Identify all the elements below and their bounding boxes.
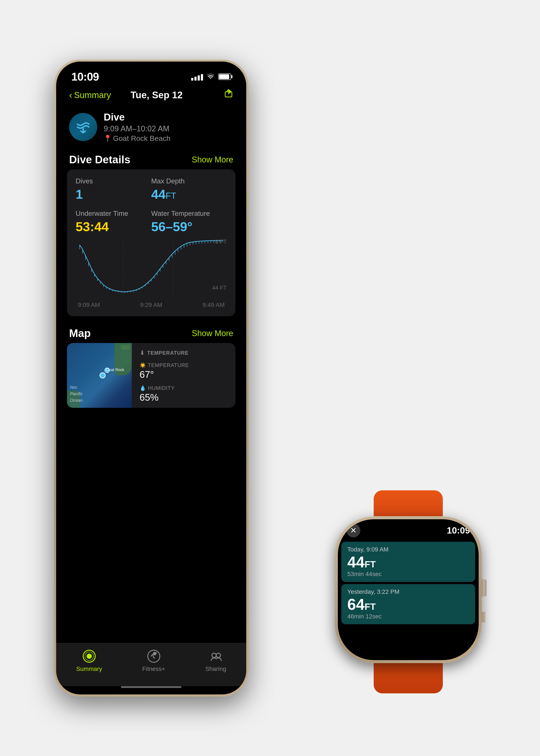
watch-card-yesterday-duration: 46min 12sec [347,613,469,620]
tab-sharing[interactable]: Sharing [205,649,226,673]
stat-max-depth: Max Depth 44FT [151,177,227,202]
humidity-value: 65% [140,392,189,403]
stat-water-temp-value: 56–59° [151,219,227,234]
workout-time: 9:09 AM–10:02 AM [104,124,233,133]
thermometer-icon: 🌡 [140,349,145,356]
depth-chart [75,238,227,299]
svg-point-55 [148,650,160,662]
scene: 10:09 [32,32,508,724]
temperature-label: TEMPERATURE [147,350,189,356]
humidity-label-text: 💧 HUMIDITY [140,385,189,391]
stat-underwater-time: Underwater Time 53:44 [75,209,151,234]
stat-max-depth-label: Max Depth [151,177,227,185]
stats-card: Dives 1 Max Depth 44FT Underwater Time [67,169,235,316]
chart-x-labels: 9:09 AM 9:29 AM 9:49 AM [75,302,227,309]
map-show-more[interactable]: Show More [192,329,233,338]
svg-point-53 [86,654,92,659]
phone-inner: 10:09 [56,62,246,694]
watch-card-today-date: Today, 9:09 AM [347,546,469,553]
watch-card-today-duration: 53min 44sec [347,571,469,577]
sharing-tab-icon [208,649,223,664]
stat-dives: Dives 1 [75,177,151,202]
map-card: Nor. Pacific Ocean Goat Rock [67,343,235,408]
chart-y-top-label: 0 FT [215,238,227,245]
fitness-tab-icon [146,649,161,664]
watch-band-top [374,490,443,521]
chart-label-2: 9:29 AM [140,302,162,309]
battery-icon [218,73,231,80]
watch-screen: ✕ 10:09 Today, 9:09 AM 44FT 53min 44sec [338,519,479,660]
phone-screen: 10:09 [56,62,246,694]
stat-water-temp-label: Water Temperature [151,209,227,217]
watch-card-yesterday-date: Yesterday, 3:22 PM [347,588,469,595]
location-pin-icon: 📍 [104,135,112,142]
svg-point-56 [153,652,156,655]
stat-dives-value: 1 [75,187,151,202]
tab-fitness[interactable]: Fitness+ [142,649,165,673]
workout-location: 📍 Goat Rock Beach [104,134,233,143]
watch-status-bar: ✕ 10:09 [338,519,479,540]
watch-case: ✕ 10:09 Today, 9:09 AM 44FT 53min 44sec [335,516,482,663]
status-icons [191,72,231,81]
dynamic-island [134,68,169,77]
map-info: 🌡 TEMPERATURE ☀️ TEMPERATURE 67° [132,343,197,408]
share-button[interactable] [224,89,233,101]
watch-band-bottom [374,659,443,693]
watch-card-today-depth: 44FT [347,554,469,570]
dive-details-header: Dive Details Show More [56,149,246,169]
chart-label-3: 9:49 AM [202,302,225,309]
humidity-icon: 💧 [140,385,146,391]
tab-summary[interactable]: Summary [76,649,102,673]
home-indicator [121,686,182,688]
apple-watch: ✕ 10:09 Today, 9:09 AM 44FT 53min 44sec [326,490,490,681]
watch-close-button[interactable]: ✕ [346,524,360,537]
watch-side-button[interactable] [482,612,485,622]
stat-underwater-time-value: 53:44 [75,219,151,234]
map-pin-1 [99,372,106,378]
humidity-row: 💧 HUMIDITY 65% [140,385,189,403]
temperature-row: ☀️ TEMPERATURE 67° [140,362,189,380]
workout-icon [69,113,97,141]
temperature-value: 67° [140,369,189,380]
workout-title: Dive [104,111,233,123]
watch-body: ✕ 10:09 Today, 9:09 AM 44FT 53min 44sec [335,516,482,663]
stat-dives-label: Dives [75,177,151,185]
watch-content: Today, 9:09 AM 44FT 53min 44sec Yesterda… [338,540,479,660]
map-ocean-label: Nor. Pacific Ocean [70,384,83,404]
goat-rock-label: Goat Rock [106,368,124,372]
tab-fitness-label: Fitness+ [142,666,165,673]
dive-details-show-more[interactable]: Show More [192,155,233,164]
status-time: 10:09 [71,70,99,83]
map-image: Nor. Pacific Ocean Goat Rock [67,343,132,408]
map-pin-2: Goat Rock [104,368,110,373]
chart-label-1: 9:09 AM [78,302,100,309]
close-icon: ✕ [350,526,356,535]
watch-card-yesterday: Yesterday, 3:22 PM 64FT 46min 12sec [341,584,475,624]
nav-title: Tue, Sep 12 [89,90,224,100]
stat-underwater-time-label: Underwater Time [75,209,151,217]
watch-crown[interactable] [482,579,486,597]
map-header: Map Show More [56,323,246,343]
chart-y-bottom-label: 44 FT [212,285,227,291]
nav-bar: ‹ Summary Tue, Sep 12 [56,83,246,107]
phone-outer: 10:09 [54,60,248,696]
signal-bars-icon [191,73,203,80]
tab-sharing-label: Sharing [205,666,226,673]
svg-point-58 [216,653,220,658]
wifi-icon [206,72,215,81]
temp-label-text: ☀️ TEMPERATURE [140,362,189,368]
tab-summary-label: Summary [76,666,102,673]
tab-bar: Summary [56,643,246,686]
stats-grid: Dives 1 Max Depth 44FT Underwater Time [75,177,227,234]
watch-card-today: Today, 9:09 AM 44FT 53min 44sec [341,542,475,582]
back-chevron-icon: ‹ [69,90,72,100]
temperature-item: 🌡 TEMPERATURE [140,349,189,357]
watch-time: 10:09 [447,525,470,536]
workout-header: Dive 9:09 AM–10:02 AM 📍 Goat Rock Beach [56,107,246,149]
dive-details-title: Dive Details [69,153,130,166]
phone: 10:09 [54,60,248,696]
workout-info: Dive 9:09 AM–10:02 AM 📍 Goat Rock Beach [104,111,233,143]
summary-tab-icon [82,649,97,664]
stat-max-depth-value: 44FT [151,187,227,202]
stat-water-temp: Water Temperature 56–59° [151,209,227,234]
